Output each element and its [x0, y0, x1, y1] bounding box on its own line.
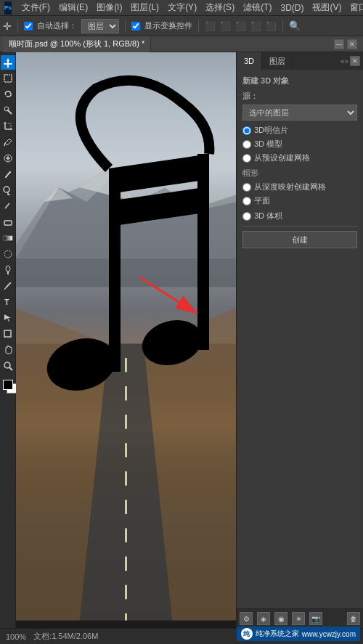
light-icon-btn[interactable]: ☀: [292, 612, 305, 625]
menu-3d[interactable]: 3D(D): [280, 3, 303, 13]
auto-select-label: 自动选择：: [37, 20, 77, 31]
eraser-tool-button[interactable]: [1, 215, 15, 229]
dodge-tool-button[interactable]: [1, 263, 15, 277]
panel-bottom-icons: ⚙ ◈ ◉ ☀ 📷 🗑: [237, 608, 363, 628]
document-tab[interactable]: 顺时面.psd @ 100% (形状 1, RGB/8) *: [3, 36, 151, 52]
tab-layers-label: 图层: [269, 56, 285, 67]
radio-depth-map-input[interactable]: [242, 183, 251, 192]
menu-edit[interactable]: 编辑(E): [59, 1, 88, 14]
svg-rect-14: [4, 236, 12, 240]
align-right-icon[interactable]: ⬛: [235, 21, 246, 31]
radio-3d-volume[interactable]: 3D 体积: [242, 211, 357, 221]
eyedropper-button[interactable]: [1, 135, 15, 150]
align-middle-icon[interactable]: ⬛: [266, 21, 277, 31]
menu-filter[interactable]: 滤镜(T): [243, 1, 272, 14]
options-toolbar: ✛ 自动选择： 图层 组 显示变换控件 ⬛ ⬛ ⬛ ⬛ ⬛ 🔍: [0, 16, 363, 36]
zoom-tool-button[interactable]: [1, 359, 15, 373]
align-center-icon[interactable]: ⬛: [220, 21, 231, 31]
pen-tool-button[interactable]: [1, 279, 15, 293]
left-toolbar: T: [0, 52, 16, 628]
create-button-label: 创建: [292, 235, 308, 245]
music-note-shape: [38, 74, 236, 423]
radio-model[interactable]: 3D 模型: [242, 139, 357, 150]
show-transform-checkbox[interactable]: [131, 22, 140, 30]
radio-flat[interactable]: 平面: [242, 195, 357, 206]
move-tool-button[interactable]: [1, 55, 15, 70]
svg-line-40: [139, 277, 197, 314]
lasso-tool-button[interactable]: [1, 87, 15, 102]
crop-tool-button[interactable]: [1, 119, 15, 134]
auto-select-checkbox[interactable]: [24, 22, 33, 30]
radio-preset-mesh-input[interactable]: [242, 154, 251, 163]
red-arrow: [132, 270, 219, 328]
hand-tool-button[interactable]: [1, 343, 15, 357]
tab-layers[interactable]: 图层: [262, 52, 293, 70]
svg-rect-35: [109, 168, 121, 372]
section-new-3d-title: 新建 3D 对象: [242, 76, 357, 86]
text-tool-button[interactable]: T: [1, 295, 15, 309]
radio-postcard[interactable]: 3D明信片: [242, 125, 357, 136]
svg-point-3: [4, 107, 9, 111]
blur-tool-button[interactable]: [1, 247, 15, 261]
menu-image[interactable]: 图像(I): [97, 1, 122, 14]
align-left-icon[interactable]: ⬛: [205, 21, 216, 31]
menu-type[interactable]: 文字(Y): [168, 1, 197, 14]
radio-model-input[interactable]: [242, 140, 251, 149]
align-top-icon[interactable]: ⬛: [250, 21, 261, 31]
svg-marker-19: [4, 314, 11, 322]
shape-tool-button[interactable]: [1, 327, 15, 341]
tab-3d-label: 3D: [244, 57, 254, 65]
menu-file[interactable]: 文件(F): [22, 1, 50, 14]
source-dropdown[interactable]: 选中的图层 文件 实例: [242, 105, 357, 121]
menu-window[interactable]: 窗口(V): [350, 1, 363, 14]
panel-close-button[interactable]: ✕: [347, 39, 357, 49]
radio-preset-mesh[interactable]: 从预设创建网格: [242, 152, 357, 163]
scene-icon-btn[interactable]: ⚙: [240, 612, 253, 625]
status-bar: 100% 文档:1.54M/2.06M 纯 纯净系统之家 www.ycwzjy.…: [0, 628, 363, 644]
create-button[interactable]: 创建: [242, 231, 357, 248]
toolbar-separator-3: [198, 20, 199, 33]
auto-select-dropdown[interactable]: 图层 组: [81, 19, 119, 33]
menu-select[interactable]: 选择(S): [205, 1, 234, 14]
section-divider: [242, 226, 357, 227]
tab-3d[interactable]: 3D: [237, 52, 262, 70]
delete-icon-btn[interactable]: 🗑: [347, 612, 360, 625]
radio-volume-label: 3D 体积: [254, 211, 282, 221]
radio-postcard-input[interactable]: [242, 126, 251, 135]
panel-minimize-button[interactable]: —: [334, 39, 344, 49]
selection-tool-button[interactable]: [1, 71, 15, 86]
foreground-color-swatch[interactable]: [3, 380, 13, 390]
gradient-tool-button[interactable]: [1, 231, 15, 245]
radio-flat-input[interactable]: [242, 197, 251, 205]
document-tab-bar: 顺时面.psd @ 100% (形状 1, RGB/8) * — ✕: [0, 36, 363, 52]
clone-stamp-button[interactable]: [1, 183, 15, 197]
menu-view[interactable]: 视图(V): [312, 1, 341, 14]
svg-marker-38: [109, 187, 209, 227]
mesh-icon-btn[interactable]: ◈: [257, 612, 270, 625]
panel-close-x-button[interactable]: ✕: [350, 56, 360, 66]
right-panel: 3D 图层 «» ✕ 新建 3D 对象 源： 选中的图层 文件 实例: [236, 52, 363, 628]
svg-point-12: [4, 187, 9, 192]
svg-rect-13: [4, 221, 12, 225]
camera-icon-btn[interactable]: 📷: [309, 612, 322, 625]
radio-depth-map[interactable]: 从深度映射创建网格: [242, 182, 357, 192]
radio-3d-volume-input[interactable]: [242, 212, 251, 221]
panel-tab-bar: 3D 图层 «» ✕: [237, 52, 363, 70]
color-swatches[interactable]: [1, 378, 15, 392]
canvas-area[interactable]: [16, 52, 236, 628]
panel-collapse-icon[interactable]: «»: [340, 57, 348, 65]
svg-rect-1: [4, 75, 12, 82]
radio-flat-label: 平面: [254, 195, 270, 206]
menu-layer[interactable]: 图层(L): [131, 1, 159, 14]
svg-marker-37: [109, 154, 209, 194]
search-icon[interactable]: 🔍: [289, 20, 301, 31]
history-brush-button[interactable]: [1, 199, 15, 213]
svg-marker-0: [4, 58, 12, 68]
path-select-button[interactable]: [1, 311, 15, 325]
brush-tool-button[interactable]: [1, 167, 15, 182]
magic-wand-button[interactable]: [1, 103, 15, 118]
heal-tool-button[interactable]: [1, 151, 15, 166]
radio-group-1: 3D明信片 3D 模型 从预设创建网格: [242, 125, 357, 163]
material-icon-btn[interactable]: ◉: [274, 612, 287, 625]
svg-point-21: [4, 362, 10, 368]
